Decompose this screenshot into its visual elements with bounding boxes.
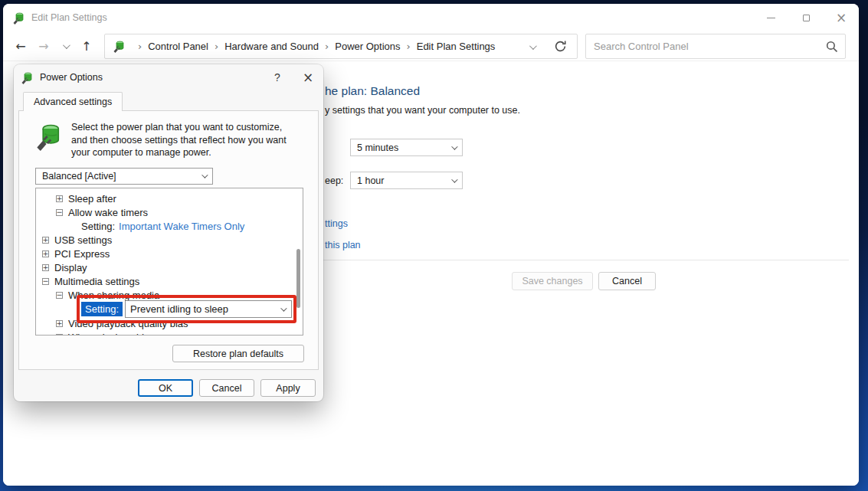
dialog-title: Power Options	[40, 72, 103, 83]
tree-row-pci-express[interactable]: + PCI Express	[36, 247, 303, 260]
breadcrumb-separator: ›	[325, 41, 329, 52]
tree-row-when-playing-video[interactable]: + When playing video	[36, 330, 303, 336]
expand-icon[interactable]: +	[42, 250, 49, 257]
chevron-down-icon	[529, 42, 537, 50]
search-icon[interactable]	[826, 41, 837, 52]
dialog-help-button[interactable]: ?	[262, 64, 293, 90]
tree-row-multimedia-settings[interactable]: − Multimedia settings	[36, 274, 303, 288]
dialog-close-button[interactable]: ×	[293, 64, 323, 90]
tree-scrollbar-thumb[interactable]	[296, 249, 300, 308]
power-plan-icon	[34, 120, 64, 152]
dropdown-value: 1 hour	[357, 175, 384, 186]
search-input[interactable]	[594, 41, 826, 52]
breadcrumb-item-edit-plan-settings[interactable]: Edit Plan Settings	[417, 41, 496, 52]
delete-this-plan-link[interactable]: this plan	[325, 240, 361, 250]
address-dropdown-button[interactable]	[529, 41, 535, 52]
content-divider	[323, 260, 849, 260]
search-box	[585, 34, 846, 59]
apply-button[interactable]: Apply	[260, 379, 316, 397]
power-options-dialog: Power Options ? × Advanced settings Sele…	[14, 64, 323, 401]
breadcrumb-item-control-panel[interactable]: Control Panel	[148, 41, 208, 52]
dropdown-value: 5 minutes	[357, 142, 398, 153]
minimize-button[interactable]	[753, 4, 788, 31]
power-plan-selector-value: Balanced [Active]	[42, 171, 116, 182]
breadcrumb: › Control Panel › Hardware and Sound › P…	[104, 34, 578, 59]
close-icon: ×	[836, 11, 847, 25]
tree-row-wake-timers-setting[interactable]: Setting: Important Wake Timers Only	[36, 219, 303, 233]
back-button[interactable]: ←	[9, 39, 32, 54]
setting-label-selected: Setting:	[81, 302, 123, 316]
minimize-icon	[767, 18, 775, 18]
page-heading: he plan: Balanced	[325, 84, 420, 98]
tab-advanced-settings[interactable]: Advanced settings	[23, 92, 123, 111]
power-plan-selector[interactable]: Balanced [Active]	[35, 168, 213, 185]
collapse-icon[interactable]: −	[56, 292, 63, 299]
tree-row-allow-wake-timers[interactable]: − Allow wake timers	[36, 205, 303, 219]
page-cancel-button[interactable]: Cancel	[598, 272, 656, 290]
setting-value: Prevent idling to sleep	[130, 303, 228, 315]
caption-buttons: ×	[753, 4, 859, 31]
expand-icon[interactable]: +	[42, 264, 49, 271]
refresh-button[interactable]	[555, 41, 566, 52]
save-changes-button[interactable]: Save changes	[512, 272, 593, 290]
dialog-cancel-button[interactable]: Cancel	[199, 379, 254, 397]
breadcrumb-location-icon	[113, 40, 126, 53]
ok-button[interactable]: OK	[138, 379, 193, 397]
breadcrumb-separator: ›	[215, 41, 218, 52]
page-subtitle: y settings that you want your computer t…	[325, 105, 520, 116]
navigation-bar: ← → ↑ › Control Panel › Hardware and Sou…	[3, 31, 859, 61]
chevron-down-icon	[62, 41, 70, 49]
chevron-down-icon	[451, 143, 457, 149]
tree-row-label: Display	[54, 262, 87, 273]
maximize-button[interactable]	[788, 4, 824, 31]
breadcrumb-item-power-options[interactable]: Power Options	[335, 41, 400, 52]
close-button[interactable]: ×	[824, 4, 859, 31]
chevron-down-icon	[201, 172, 208, 178]
advanced-settings-tab-page: Select the power plan that you want to c…	[18, 110, 319, 370]
window-title: Edit Plan Settings	[31, 12, 107, 23]
recent-locations-button[interactable]	[55, 44, 75, 49]
dialog-description: Select the power plan that you want to c…	[71, 121, 300, 159]
collapse-icon[interactable]: −	[56, 209, 63, 216]
expand-icon[interactable]: +	[56, 195, 63, 202]
setting-value-combobox[interactable]: Prevent idling to sleep	[125, 300, 292, 318]
breadcrumb-separator: ›	[138, 41, 142, 52]
setting-label: Setting:	[81, 221, 115, 232]
power-options-app-icon	[12, 11, 25, 25]
tree-row-usb-settings[interactable]: + USB settings	[36, 233, 303, 247]
tree-row-display[interactable]: + Display	[36, 260, 303, 274]
tree-row-sleep-after[interactable]: + Sleep after	[36, 191, 303, 205]
expand-icon[interactable]: +	[56, 320, 63, 327]
red-highlight-annotation: Setting: Prevent idling to sleep	[77, 295, 296, 323]
expand-icon[interactable]: +	[56, 334, 63, 336]
dialog-power-icon	[21, 71, 34, 84]
maximize-icon	[803, 15, 810, 21]
restore-plan-defaults-button[interactable]: Restore plan defaults	[172, 345, 304, 362]
breadcrumb-separator: ›	[407, 41, 411, 52]
tree-row-label: Allow wake timers	[68, 207, 148, 218]
chevron-down-icon	[451, 176, 457, 182]
put-computer-to-sleep-dropdown[interactable]: 1 hour	[350, 172, 463, 189]
tree-row-label: USB settings	[54, 234, 112, 246]
sleep-label: eep:	[325, 175, 343, 186]
change-advanced-power-settings-link[interactable]: ttings	[325, 218, 348, 229]
up-button[interactable]: ↑	[75, 39, 98, 54]
advanced-settings-tree: + Sleep after − Allow wake timers Settin…	[35, 188, 303, 336]
setting-value-link[interactable]: Important Wake Timers Only	[119, 221, 244, 232]
tree-row-label: PCI Express	[54, 248, 110, 260]
turn-off-display-dropdown[interactable]: 5 minutes	[350, 139, 463, 156]
dialog-titlebar: Power Options ? ×	[14, 64, 323, 90]
expand-icon[interactable]: +	[42, 237, 49, 244]
forward-button[interactable]: →	[32, 39, 55, 54]
chevron-down-icon	[280, 305, 287, 311]
tree-row-label: Multimedia settings	[54, 276, 139, 287]
breadcrumb-item-hardware-and-sound[interactable]: Hardware and Sound	[224, 41, 319, 52]
collapse-icon[interactable]: −	[42, 278, 49, 285]
tree-row-label: Sleep after	[68, 193, 116, 205]
window-titlebar: Edit Plan Settings ×	[3, 4, 859, 31]
tree-row-label: When playing video	[68, 332, 155, 336]
